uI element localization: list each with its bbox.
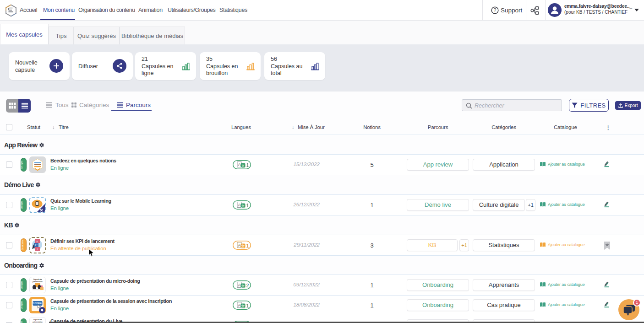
svg-text:1: 1 <box>246 203 249 208</box>
svg-text:TUTORIAL: TUTORIAL <box>33 302 43 305</box>
svg-text:文: 文 <box>241 164 245 168</box>
svg-text:1: 1 <box>246 162 249 168</box>
svg-text:A: A <box>238 203 240 207</box>
svg-text:A: A <box>238 303 240 307</box>
svg-text:2: 2 <box>246 283 249 288</box>
svg-text:1: 1 <box>246 303 249 308</box>
svg-text:1: 1 <box>246 243 249 248</box>
svg-text:文: 文 <box>241 244 245 248</box>
svg-text:A: A <box>238 243 240 248</box>
svg-text:P: P <box>35 243 38 247</box>
svg-text:K: K <box>36 240 38 243</box>
svg-text:文: 文 <box>241 284 245 288</box>
svg-text:文: 文 <box>241 304 245 308</box>
svg-text:Capsule de: Capsule de <box>33 279 42 280</box>
svg-text:A: A <box>238 283 240 287</box>
svg-text:présentation: présentation <box>33 321 43 323</box>
svg-text:présentation: présentation <box>33 281 43 283</box>
svg-text:文: 文 <box>241 204 245 208</box>
svg-text:?: ? <box>494 8 497 13</box>
svg-text:A: A <box>238 162 240 167</box>
svg-text:Capsule de: Capsule de <box>33 319 42 321</box>
